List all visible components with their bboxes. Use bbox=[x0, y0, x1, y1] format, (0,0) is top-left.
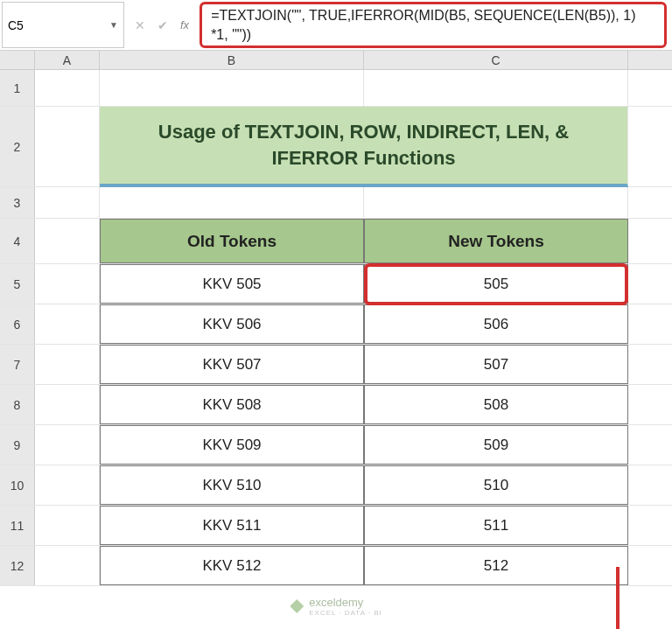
name-box[interactable]: C5 ▼ bbox=[2, 2, 124, 48]
column-header-b[interactable]: B bbox=[100, 51, 364, 69]
formula-input[interactable]: =TEXTJOIN("", TRUE,IFERROR(MID(B5, SEQUE… bbox=[200, 2, 667, 48]
cell[interactable] bbox=[100, 187, 364, 218]
row-header[interactable]: 5 bbox=[0, 264, 35, 304]
table-header-old[interactable]: Old Tokens bbox=[100, 219, 364, 263]
formula-text: =TEXTJOIN("", TRUE,IFERROR(MID(B5, SEQUE… bbox=[211, 6, 655, 44]
cell-old-token[interactable]: KKV 508 bbox=[100, 385, 364, 424]
table-row: 12 KKV 512 512 bbox=[0, 546, 672, 586]
header-label: New Tokens bbox=[448, 232, 543, 251]
enter-icon[interactable]: ✔ bbox=[158, 18, 168, 32]
watermark: exceldemy EXCEL · DATA · BI bbox=[290, 596, 382, 617]
table-row: 8 KKV 508 508 bbox=[0, 385, 672, 425]
cell[interactable] bbox=[35, 385, 100, 424]
row-header[interactable]: 7 bbox=[0, 345, 35, 384]
cell-value: KKV 512 bbox=[202, 557, 261, 575]
cell-value: KKV 509 bbox=[202, 437, 261, 454]
formula-bar-region: C5 ▼ ✕ ✔ fx =TEXTJOIN("", TRUE,IFERROR(M… bbox=[0, 0, 672, 51]
watermark-name: exceldemy bbox=[309, 596, 382, 609]
fx-icon[interactable]: fx bbox=[180, 18, 189, 31]
cell[interactable] bbox=[364, 187, 628, 218]
page-title: Usage of TEXTJOIN, ROW, INDIRECT, LEN, &… bbox=[116, 119, 612, 171]
logo-icon bbox=[290, 599, 304, 613]
column-headers: A B C bbox=[0, 51, 672, 70]
table-row: 5 KKV 505 505 bbox=[0, 264, 672, 304]
cell[interactable] bbox=[35, 465, 100, 505]
row-header[interactable]: 1 bbox=[0, 70, 35, 106]
cell-value: 510 bbox=[484, 477, 508, 494]
table-row: 9 KKV 509 509 bbox=[0, 425, 672, 465]
cell-old-token[interactable]: KKV 507 bbox=[100, 345, 364, 384]
cell-value: KKV 506 bbox=[202, 316, 261, 333]
grid-row: 3 bbox=[0, 187, 672, 219]
cell-new-token[interactable]: 510 bbox=[364, 465, 628, 505]
cell-new-token[interactable]: 512 bbox=[364, 546, 628, 585]
name-box-value: C5 bbox=[8, 18, 24, 32]
cell-new-token[interactable]: 509 bbox=[364, 425, 628, 465]
row-header[interactable]: 10 bbox=[0, 465, 35, 505]
cancel-icon[interactable]: ✕ bbox=[135, 18, 145, 32]
grid-row: 2 Usage of TEXTJOIN, ROW, INDIRECT, LEN,… bbox=[0, 107, 672, 187]
column-header-a[interactable]: A bbox=[35, 51, 100, 69]
cell-value: 507 bbox=[484, 356, 508, 374]
cell[interactable] bbox=[35, 506, 100, 545]
cell[interactable] bbox=[35, 219, 100, 263]
cell[interactable] bbox=[35, 107, 100, 186]
grid-row: 1 bbox=[0, 70, 672, 107]
cell-value: 509 bbox=[484, 437, 508, 454]
row-header[interactable]: 2 bbox=[0, 107, 35, 186]
row-header[interactable]: 11 bbox=[0, 506, 35, 545]
row-header[interactable]: 4 bbox=[0, 219, 35, 263]
cell-old-token[interactable]: KKV 511 bbox=[100, 506, 364, 545]
cell-new-token[interactable]: 506 bbox=[364, 304, 628, 344]
cell[interactable] bbox=[100, 70, 364, 106]
table-row: 7 KKV 507 507 bbox=[0, 345, 672, 385]
cell-value: 511 bbox=[484, 517, 508, 535]
cell[interactable] bbox=[35, 187, 100, 218]
header-label: Old Tokens bbox=[187, 232, 276, 251]
cell[interactable] bbox=[35, 70, 100, 106]
cell-new-token[interactable]: 511 bbox=[364, 506, 628, 545]
cell-old-token[interactable]: KKV 510 bbox=[100, 465, 364, 505]
row-header[interactable]: 9 bbox=[0, 425, 35, 465]
cell-value: KKV 507 bbox=[202, 356, 261, 374]
row-header[interactable]: 12 bbox=[0, 546, 35, 585]
cell-value: KKV 508 bbox=[202, 396, 261, 414]
formula-bar-icons: ✕ ✔ fx bbox=[126, 0, 198, 50]
cell-value: 505 bbox=[484, 276, 508, 293]
spreadsheet-grid: 1 2 Usage of TEXTJOIN, ROW, INDIRECT, LE… bbox=[0, 70, 672, 586]
cell-value: KKV 511 bbox=[202, 517, 261, 535]
grid-row: 4 Old Tokens New Tokens bbox=[0, 219, 672, 264]
cell-old-token[interactable]: KKV 505 bbox=[100, 264, 364, 304]
table-row: 10 KKV 510 510 bbox=[0, 465, 672, 506]
cell-value: KKV 510 bbox=[202, 477, 261, 494]
cell[interactable] bbox=[35, 264, 100, 304]
cell[interactable] bbox=[35, 304, 100, 344]
cell-old-token[interactable]: KKV 506 bbox=[100, 304, 364, 344]
cell-value: 512 bbox=[484, 557, 508, 575]
title-cell[interactable]: Usage of TEXTJOIN, ROW, INDIRECT, LEN, &… bbox=[100, 107, 628, 187]
table-header-new[interactable]: New Tokens bbox=[364, 219, 628, 263]
table-row: 11 KKV 511 511 bbox=[0, 506, 672, 546]
cell-new-token[interactable]: 505 bbox=[364, 264, 628, 304]
cell[interactable] bbox=[35, 546, 100, 585]
table-row: 6 KKV 506 506 bbox=[0, 304, 672, 345]
cell[interactable] bbox=[35, 425, 100, 465]
cell[interactable] bbox=[364, 70, 628, 106]
row-header[interactable]: 6 bbox=[0, 304, 35, 344]
column-header-c[interactable]: C bbox=[364, 51, 628, 69]
cell-value: KKV 505 bbox=[202, 276, 261, 293]
row-header[interactable]: 3 bbox=[0, 187, 35, 218]
cell-old-token[interactable]: KKV 512 bbox=[100, 546, 364, 585]
cell[interactable] bbox=[35, 345, 100, 384]
cell-value: 508 bbox=[484, 396, 508, 414]
cell-value: 506 bbox=[484, 316, 508, 333]
row-header[interactable]: 8 bbox=[0, 385, 35, 424]
watermark-sub: EXCEL · DATA · BI bbox=[309, 609, 382, 617]
cell-new-token[interactable]: 507 bbox=[364, 345, 628, 384]
select-all-corner[interactable] bbox=[0, 51, 35, 69]
chevron-down-icon[interactable]: ▼ bbox=[109, 20, 118, 30]
cell-new-token[interactable]: 508 bbox=[364, 385, 628, 424]
cell-old-token[interactable]: KKV 509 bbox=[100, 425, 364, 465]
